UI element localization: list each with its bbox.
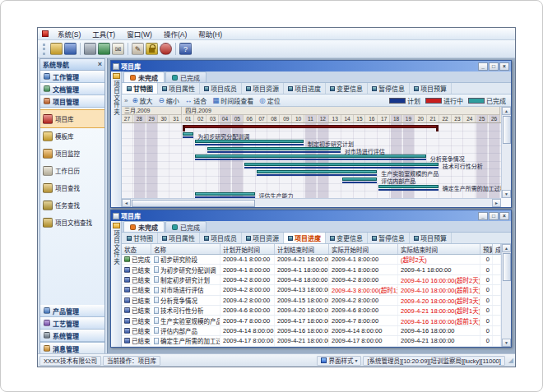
- gantt-bar[interactable]: [378, 185, 438, 188]
- view-tab[interactable]: 变更信息: [326, 83, 368, 94]
- view-tab[interactable]: 项目进度: [284, 83, 326, 94]
- column-header[interactable]: 实际结束时间: [398, 244, 480, 254]
- column-header[interactable]: 预算: [480, 244, 493, 254]
- gantt-bar[interactable]: [207, 147, 341, 150]
- view-tab[interactable]: 项目预算: [410, 83, 452, 94]
- scroll-thumb[interactable]: [132, 200, 255, 207]
- menu-item[interactable]: 工具(T): [86, 28, 121, 39]
- filter-tab[interactable]: 已完成: [165, 71, 207, 82]
- project-folders-tab[interactable]: 项目文件夹: [111, 221, 122, 347]
- scroll-down-icon[interactable]: ▼: [502, 339, 511, 347]
- view-tab[interactable]: 项目进度: [284, 233, 326, 243]
- menu-item[interactable]: 帮助(H): [193, 28, 228, 39]
- view-tab[interactable]: 变更信息: [326, 233, 368, 243]
- view-tab[interactable]: 项目预算: [410, 233, 452, 243]
- table-row[interactable]: 已结束确定生产所需的加工过程2009-4-17 8:00:002009-4-21…: [122, 336, 501, 346]
- print-icon[interactable]: [84, 43, 96, 55]
- table-row[interactable]: 已结束制定初步研究计划2009-4-2 8:00:002009-4-8 18:0…: [122, 275, 501, 285]
- column-header[interactable]: 计划开始时间: [220, 244, 275, 254]
- gantt-bar[interactable]: [342, 178, 378, 181]
- view-tab[interactable]: 项目成员: [200, 83, 242, 94]
- minimize-button[interactable]: _: [478, 212, 488, 220]
- stop-icon[interactable]: [160, 43, 172, 55]
- sidebar-footer-tab[interactable]: 消息管理: [40, 342, 104, 354]
- sidebar-item[interactable]: 项目监控: [40, 145, 104, 162]
- table-row[interactable]: 已结束生产实验室规模的产品2009-4-7 8:00:002009-4-17 1…: [122, 316, 501, 325]
- scroll-left-icon[interactable]: ◄: [122, 199, 131, 207]
- column-header[interactable]: 实际开始时间: [329, 244, 398, 254]
- lock-icon[interactable]: [146, 43, 158, 55]
- menu-item[interactable]: 系统(S): [52, 28, 86, 39]
- gantt-bar[interactable]: [183, 132, 193, 136]
- gantt-bar[interactable]: [195, 140, 304, 143]
- view-tab[interactable]: 甘特图: [123, 233, 158, 243]
- table-row[interactable]: 已结束为初步研究分配训调2009-4-1 8:00:002009-4-1 18:…: [122, 265, 501, 274]
- edit-icon[interactable]: ✎: [132, 43, 144, 55]
- sidebar-group[interactable]: 文档管理: [40, 83, 104, 95]
- ui-style-selector[interactable]: 界面样式 ▾: [317, 356, 361, 366]
- menu-item[interactable]: 操作(A): [158, 28, 193, 39]
- sidebar-group[interactable]: 工作管理: [40, 71, 104, 83]
- zoom-in-button[interactable]: ⊕放大: [132, 96, 152, 105]
- column-header[interactable]: 名称: [151, 244, 220, 254]
- locate-button[interactable]: ◎定位: [259, 96, 280, 105]
- column-header[interactable]: 计划结束时间: [275, 244, 329, 254]
- sidebar-group[interactable]: 系统管理: [40, 330, 104, 342]
- table-row[interactable]: 已结束评估内部产品2009-4-14 8:00:002009-4-16 18:0…: [122, 326, 501, 336]
- sidebar-group[interactable]: 产品管理: [40, 305, 104, 317]
- toolbar-grip-icon[interactable]: [43, 44, 45, 55]
- view-tab[interactable]: 项目资源: [242, 233, 284, 243]
- gantt-hscrollbar[interactable]: ◄ ►: [122, 198, 501, 207]
- scroll-down-icon[interactable]: ▼: [502, 190, 511, 198]
- gantt-window-titlebar[interactable]: 项目库 _ □ ×: [111, 61, 511, 71]
- table-row[interactable]: 已结束分析竞争情况2009-4-2 8:00:002009-4-15 18:00…: [122, 296, 501, 306]
- refresh-icon[interactable]: [98, 43, 110, 55]
- sidebar-item[interactable]: 项目查找: [40, 179, 104, 196]
- close-button[interactable]: ×: [499, 62, 509, 71]
- gantt-bar[interactable]: [195, 154, 426, 158]
- help-icon[interactable]: ?: [179, 43, 192, 55]
- resize-grip[interactable]: ◢: [508, 357, 513, 364]
- maximize-button[interactable]: □: [489, 212, 499, 220]
- time-range-button[interactable]: ▦时间段查看: [212, 96, 253, 105]
- scroll-thumb[interactable]: [503, 116, 511, 144]
- table-vscrollbar[interactable]: ▲ ▼: [501, 244, 511, 347]
- view-tab[interactable]: 项目资源: [242, 83, 284, 94]
- sidebar-item[interactable]: 项目文档查找: [40, 214, 104, 231]
- column-header[interactable]: 成: [493, 244, 501, 254]
- sidebar-item[interactable]: 模板库: [40, 127, 104, 145]
- sidebar-item[interactable]: 工作日历: [40, 162, 104, 179]
- filter-tab[interactable]: 未完成: [123, 71, 165, 82]
- table-row[interactable]: 已结束对市场进行评估2009-4-2 8:00:002009-4-13 18:0…: [122, 285, 501, 295]
- sidebar-close-icon[interactable]: ×: [98, 61, 102, 68]
- mail-icon[interactable]: ✉: [112, 43, 124, 55]
- scroll-thumb[interactable]: [503, 253, 511, 281]
- save-icon[interactable]: [64, 43, 77, 55]
- zoom-out-button[interactable]: ⊖缩小: [159, 96, 179, 105]
- gantt-bar[interactable]: [244, 163, 439, 166]
- fit-button[interactable]: ↔适合: [185, 96, 207, 105]
- view-tab[interactable]: 项目属性: [158, 83, 200, 94]
- table-window-titlebar[interactable]: 项目库 _ □ ×: [111, 210, 511, 221]
- gantt-bar[interactable]: [183, 125, 438, 128]
- view-tab[interactable]: 项目成员: [200, 233, 242, 243]
- sidebar-group[interactable]: 项目管理: [40, 95, 104, 108]
- gantt-vscrollbar[interactable]: ▲ ▼: [501, 107, 511, 198]
- column-header[interactable]: 状态: [122, 244, 151, 254]
- view-tab[interactable]: 暂停信息: [368, 233, 410, 243]
- filter-tab[interactable]: 未完成: [123, 221, 165, 232]
- minimize-button[interactable]: _: [478, 62, 488, 71]
- view-tab[interactable]: 项目属性: [158, 233, 200, 243]
- menu-item[interactable]: 窗口(W): [121, 28, 158, 39]
- sidebar-item[interactable]: 任务查找: [40, 196, 104, 214]
- scroll-up-icon[interactable]: ▲: [502, 244, 511, 252]
- sidebar-group[interactable]: 工艺管理: [40, 317, 104, 330]
- sidebar-item[interactable]: 项目库: [40, 110, 104, 127]
- open-folder-icon[interactable]: [50, 43, 63, 55]
- scroll-right-icon[interactable]: ►: [492, 199, 501, 207]
- table-row[interactable]: 已完成初步研究阶段2009-4-1 8:00:002009-4-21 18:00…: [122, 255, 501, 265]
- overflow-chevron-icon[interactable]: »: [124, 97, 128, 104]
- scroll-up-icon[interactable]: ▲: [502, 107, 511, 115]
- gantt-bar[interactable]: [257, 170, 378, 173]
- view-tab[interactable]: 暂停信息: [368, 83, 410, 94]
